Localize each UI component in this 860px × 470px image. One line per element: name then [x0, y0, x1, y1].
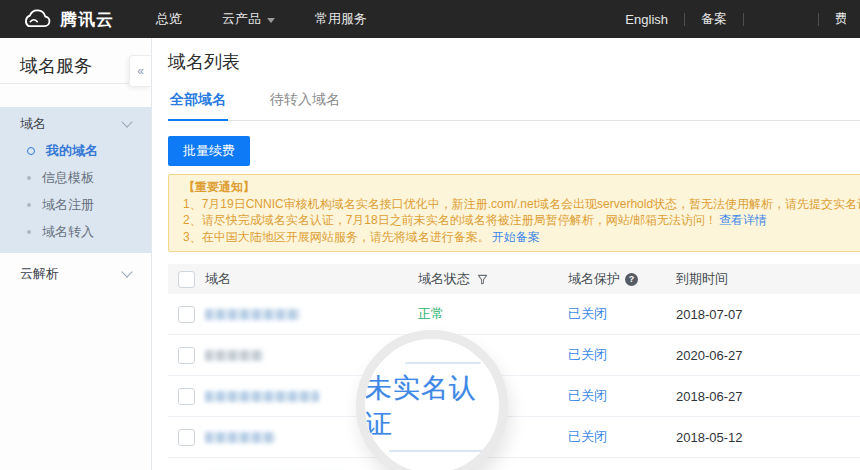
table-body: 正常 已关闭 2018-07-07 未开启 正常 已关闭 2020-06-27 …: [168, 294, 860, 470]
domain-blurred[interactable]: [205, 432, 275, 443]
group-label: 域名: [20, 115, 46, 133]
chevron-down-icon: [267, 18, 275, 23]
table-header-row: 域名 域名状态 域名保护 ? 到期时间 自动续费: [168, 264, 860, 294]
domain-protection-link[interactable]: 已关闭: [568, 305, 607, 323]
nav-user-area: [760, 19, 802, 20]
select-all-checkbox[interactable]: [178, 271, 195, 288]
domain-table: 域名 域名状态 域名保护 ? 到期时间 自动续费 正常 已关闭 2018-07-…: [168, 264, 860, 470]
help-icon[interactable]: ?: [625, 273, 638, 286]
bullet-icon: [27, 147, 35, 155]
nav-item-label: 云产品: [222, 10, 261, 28]
column-header-protection: 域名保护 ?: [568, 270, 676, 288]
tab-pending-transfer-in[interactable]: 待转入域名: [268, 91, 342, 120]
nav-divider: [684, 13, 685, 26]
row-checkbox[interactable]: [178, 347, 195, 364]
expire-date: 2018-06-27: [676, 389, 808, 404]
domain-blurred[interactable]: [205, 391, 319, 402]
nav-item-common-services[interactable]: 常用服务: [315, 10, 367, 28]
column-header-auto-renew: 自动续费: [808, 270, 860, 288]
cloud-logo-icon: [20, 9, 52, 30]
nav-menu: 总览 云产品 常用服务: [156, 10, 367, 28]
important-notice-box: 【重要通知】 1、7月19日CNNIC审核机构域名实名接口优化中，新注册.com…: [168, 174, 860, 252]
page-title: 域名列表: [168, 50, 860, 74]
nav-divider: [743, 13, 744, 26]
chevron-down-icon: [121, 266, 132, 277]
row-checkbox[interactable]: [178, 306, 195, 323]
filter-icon[interactable]: [477, 274, 488, 285]
sidebar-item-domain-transfer-in[interactable]: 域名转入: [0, 218, 151, 245]
tab-all-domains[interactable]: 全部域名: [168, 91, 228, 121]
notice-line-1: 1、7月19日CNNIC审核机构域名实名接口优化中，新注册.com/.net域名…: [183, 196, 860, 213]
nav-item-beian[interactable]: 备案: [701, 10, 727, 28]
domain-status: 正常: [418, 305, 444, 323]
sidebar-group-header-domain[interactable]: 域名: [0, 111, 151, 137]
notice-text: 1、7月19日CNNIC审核机构域名实名接口优化中，新注册.com/.net域名…: [183, 197, 860, 211]
tab-bar: 全部域名 待转入域名: [168, 91, 860, 121]
sidebar-group-header-dns[interactable]: 云解析: [0, 261, 151, 287]
top-navbar: 腾讯云 总览 云产品 常用服务 English 备案 费: [0, 0, 860, 38]
column-header-expire: 到期时间: [676, 270, 808, 288]
logo-text: 腾讯云: [60, 8, 114, 31]
column-header-domain: 域名: [205, 270, 418, 288]
domain-protection-link[interactable]: 已关闭: [568, 387, 607, 405]
domain-protection-link[interactable]: 已关闭: [568, 428, 607, 446]
expire-date: 2018-07-07: [676, 307, 808, 322]
sidebar-item-my-domains[interactable]: 我的域名: [0, 137, 151, 164]
nav-item-overview[interactable]: 总览: [156, 10, 182, 28]
sidebar-group-dns: 云解析: [0, 253, 151, 295]
tencent-cloud-logo[interactable]: 腾讯云: [20, 8, 114, 31]
expire-date: 2020-06-27: [676, 348, 808, 363]
sidebar-item-label: 我的域名: [46, 142, 98, 160]
view-details-link[interactable]: 查看详情: [719, 213, 767, 227]
bullet-icon: [27, 176, 31, 180]
magnifier-watermark: 未实名认证: [356, 330, 508, 470]
column-header-status: 域名状态: [418, 270, 568, 288]
sidebar-item-label: 信息模板: [42, 169, 94, 187]
nav-item-label: 总览: [156, 10, 182, 28]
language-switch[interactable]: English: [625, 12, 668, 27]
sidebar-item-label: 域名注册: [42, 196, 94, 214]
sidebar-group-domain: 域名 我的域名 信息模板 域名注册 域名转入: [0, 107, 151, 253]
table-row: 正常 已关闭 2020-06-27 未开启: [168, 335, 860, 376]
notice-text: 2、请尽快完成域名实名认证，7月18日之前未实名的域名将被注册局暂停解析，网站/…: [183, 213, 717, 227]
group-label: 云解析: [20, 265, 59, 283]
notice-text: 3、在中国大陆地区开展网站服务，请先将域名进行备案。: [183, 230, 490, 244]
column-label: 域名保护: [568, 270, 620, 288]
table-row: 已关闭 2018-06-27 未开启: [168, 376, 860, 417]
table-row: 正常 已关闭 2018-07-07 未开启: [168, 294, 860, 335]
nav-divider: [818, 13, 819, 26]
sidebar: 域名服务 « 域名 我的域名 信息模板 域名注册: [0, 38, 152, 470]
bullet-icon: [27, 203, 31, 207]
sidebar-item-info-template[interactable]: 信息模板: [0, 164, 151, 191]
start-beian-link[interactable]: 开始备案: [492, 230, 540, 244]
sidebar-collapse-button[interactable]: «: [129, 55, 151, 87]
watermark-text: 未实名认证: [365, 370, 499, 442]
sidebar-item-domain-register[interactable]: 域名注册: [0, 191, 151, 218]
column-label: 域名状态: [418, 270, 470, 288]
magnified-blur-line: [389, 450, 485, 452]
notice-title: 【重要通知】: [183, 179, 860, 196]
notice-line-3: 3、在中国大陆地区开展网站服务，请先将域名进行备案。开始备案: [183, 229, 860, 246]
table-row: 已关闭 2018-05-12 未开启: [168, 417, 860, 458]
chevron-down-icon: [121, 116, 132, 127]
sidebar-item-label: 域名转入: [42, 223, 94, 241]
batch-renew-button[interactable]: 批量续费: [168, 136, 250, 166]
notice-line-2: 2、请尽快完成域名实名认证，7月18日之前未实名的域名将被注册局暂停解析，网站/…: [183, 212, 860, 229]
bullet-icon: [27, 230, 31, 234]
row-checkbox[interactable]: [178, 388, 195, 405]
nav-item-cloud-products[interactable]: 云产品: [222, 10, 275, 28]
magnified-blur-line: [405, 362, 481, 364]
domain-blurred[interactable]: [205, 350, 263, 361]
nav-right: English 备案 费: [625, 10, 846, 28]
collapse-icon: «: [137, 64, 144, 78]
nav-item-label: 常用服务: [315, 10, 367, 28]
domain-blurred[interactable]: [205, 309, 300, 320]
expire-date: 2018-05-12: [676, 430, 808, 445]
table-row: 已关闭 2018-05-12 未开启: [168, 458, 860, 470]
row-checkbox[interactable]: [178, 429, 195, 446]
domain-protection-link[interactable]: 已关闭: [568, 346, 607, 364]
nav-item-billing-partial[interactable]: 费: [835, 10, 846, 28]
